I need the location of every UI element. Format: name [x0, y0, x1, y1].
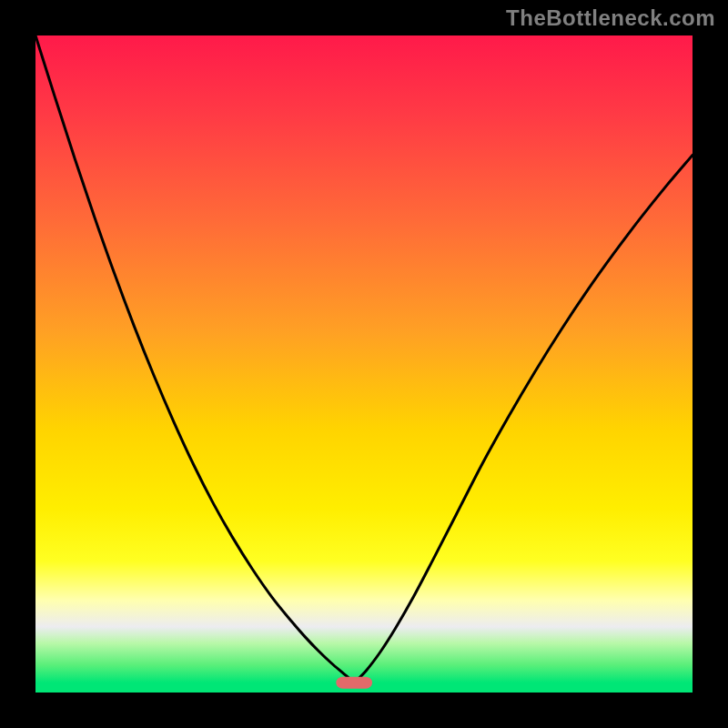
chart-frame: TheBottleneck.com [0, 0, 728, 728]
plot-area [35, 35, 693, 693]
optimal-marker [336, 677, 372, 689]
watermark-text: TheBottleneck.com [506, 5, 715, 31]
chart-svg [35, 35, 693, 693]
gradient-background [35, 35, 693, 693]
